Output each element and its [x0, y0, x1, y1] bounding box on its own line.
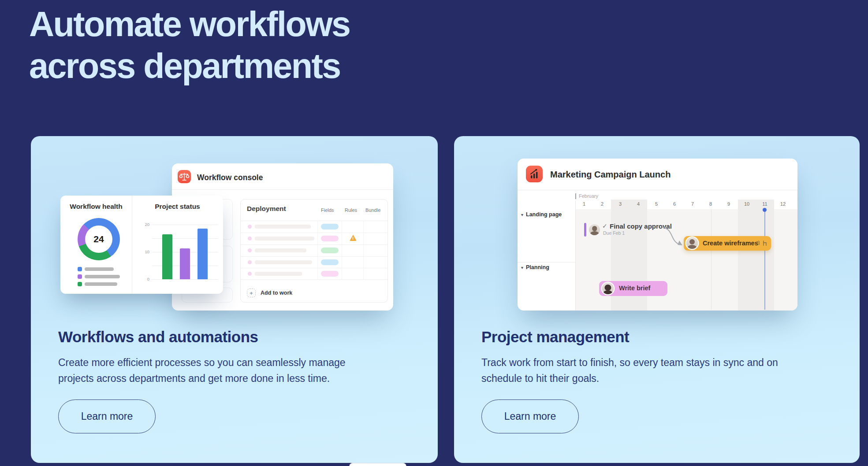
learn-more-button-project-management[interactable]: Learn more	[481, 399, 579, 433]
day-label: 6	[668, 201, 681, 207]
workflow-console-title: Workflow console	[197, 173, 263, 182]
divider	[518, 190, 797, 190]
table-row	[241, 221, 387, 233]
day-label: 10	[741, 201, 753, 207]
status-bar-0	[162, 234, 172, 279]
task-write-brief[interactable]: Write brief	[599, 281, 667, 296]
divider	[241, 279, 387, 280]
gridline	[711, 209, 712, 310]
legend-swatch-purple	[78, 274, 82, 279]
gridline	[152, 279, 218, 280]
y-axis-tick: 20	[138, 222, 149, 227]
section-title: Project management	[481, 328, 629, 346]
growth-chart-icon	[526, 166, 543, 182]
project-status-title: Project status	[132, 203, 223, 211]
table-row	[241, 256, 387, 268]
day-label: 5	[650, 201, 663, 207]
subtask-icon	[762, 240, 768, 246]
workflow-health-value: 24	[78, 218, 120, 260]
workflow-health-title: Workflow health	[60, 203, 132, 211]
dependency-arrow	[661, 224, 687, 248]
task-color-bar	[584, 223, 586, 237]
legend-swatch-green	[78, 282, 82, 286]
legend-text-placeholder	[85, 267, 114, 271]
due-date: Due Feb 1	[603, 230, 625, 236]
day-label: 11	[759, 201, 771, 207]
reporting-card: Workflow health 24 Project status 20	[60, 196, 223, 294]
month-tick	[575, 193, 576, 199]
month-label: February	[579, 193, 598, 199]
day-label: 12	[777, 201, 789, 207]
weekend-band	[738, 200, 774, 311]
day-label: 8	[704, 201, 717, 207]
task-create-wireframes[interactable]: Create wireframes 3	[684, 236, 771, 251]
plus-icon: +	[247, 288, 256, 297]
divider	[172, 189, 393, 190]
status-bar-1	[180, 248, 190, 279]
table-row	[241, 233, 387, 244]
table-row	[241, 268, 387, 280]
today-line	[764, 210, 765, 310]
add-to-work-button[interactable]: + Add to work	[247, 287, 335, 299]
field-pill	[321, 224, 339, 229]
row-text-placeholder	[255, 248, 306, 252]
warning-icon	[350, 235, 357, 241]
divider	[575, 201, 576, 311]
bottom-sheet-handle[interactable]	[349, 463, 406, 466]
day-label: 1	[578, 201, 590, 207]
avatar	[602, 283, 614, 294]
legend-text-placeholder	[85, 275, 120, 278]
subtask-count: 3	[757, 240, 760, 246]
marketing-campaign-title: Marketing Campaign Launch	[550, 170, 671, 180]
marketing-campaign-icon	[526, 166, 543, 182]
day-label: 7	[686, 201, 699, 207]
status-bar-2	[197, 229, 208, 279]
field-pill	[321, 271, 339, 277]
deployment-panel: Deployment Fields Rules Bundle	[240, 199, 388, 303]
row-dot	[248, 260, 252, 264]
row-dot	[248, 248, 252, 252]
section-toggle-planning[interactable]: ▾ Planning	[521, 264, 549, 270]
section-body: Create more efficient processes so you c…	[58, 355, 376, 386]
deployment-title: Deployment	[247, 205, 286, 213]
table-row	[241, 244, 387, 256]
field-pill	[321, 248, 339, 253]
learn-more-button-workflows[interactable]: Learn more	[58, 399, 156, 433]
legend-swatch-blue	[78, 267, 82, 271]
avatar	[686, 237, 698, 249]
check-icon: ✓	[602, 222, 607, 229]
column-header-fields: Fields	[321, 207, 334, 213]
column-header-rules: Rules	[345, 207, 357, 213]
section-body: Track work from start to finish, so ever…	[481, 355, 810, 386]
marketing-campaign-window: Marketing Campaign Launch February 1 2 3…	[518, 159, 797, 311]
today-marker-dot	[763, 208, 767, 212]
row-text-placeholder	[255, 272, 302, 276]
row-text-placeholder	[255, 260, 312, 264]
page: Automate workflowsacross departments	[0, 0, 868, 466]
field-pill	[321, 259, 339, 265]
scales-icon	[178, 170, 191, 183]
section-title: Workflows and automations	[58, 328, 258, 346]
row-text-placeholder	[255, 225, 311, 229]
row-dot	[248, 225, 252, 229]
row-text-placeholder	[255, 237, 314, 240]
workflow-console-icon	[178, 170, 191, 183]
day-label: 4	[632, 201, 644, 207]
y-axis-tick: 0	[138, 277, 149, 281]
y-axis-tick: 10	[138, 249, 149, 254]
divider	[518, 262, 575, 263]
card-workflows-automations: Workflow console Deployment Fields Rules…	[31, 136, 438, 463]
column-header-bundle: Bundle	[365, 207, 380, 213]
chevron-down-icon: ▾	[521, 265, 523, 270]
day-label: 3	[614, 201, 626, 207]
legend-text-placeholder	[85, 282, 117, 286]
card-project-management: Marketing Campaign Launch February 1 2 3…	[454, 136, 860, 463]
gridline	[152, 225, 218, 225]
section-toggle-landing-page[interactable]: ▾ Landing page	[521, 211, 562, 218]
avatar	[589, 224, 600, 235]
field-pill	[321, 236, 339, 241]
row-dot	[248, 272, 252, 276]
day-label: 2	[596, 201, 608, 207]
chevron-down-icon: ▾	[521, 212, 523, 217]
row-dot	[248, 237, 252, 240]
